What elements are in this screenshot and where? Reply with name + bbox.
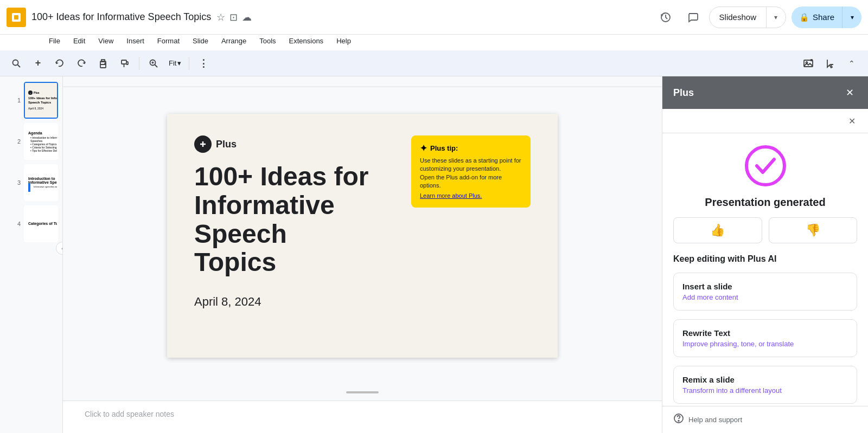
svg-rect-18 bbox=[63, 76, 662, 87]
rewrite-text-subtitle: Improve phrasing, tone, or translate bbox=[682, 340, 848, 348]
right-panel: Plus ✕ ✕ bbox=[662, 76, 868, 433]
collapse-panel-button[interactable]: ‹ bbox=[56, 242, 63, 255]
lock-icon: 🔒 bbox=[799, 12, 809, 22]
rewrite-text-title: Rewrite Text bbox=[682, 328, 848, 338]
format-paint-button[interactable] bbox=[115, 54, 135, 73]
remix-slide-title: Remix a slide bbox=[682, 375, 848, 384]
panel-inner-header: ✕ bbox=[662, 109, 868, 133]
redo-button[interactable] bbox=[72, 54, 91, 73]
more-options-button[interactable]: ⋮ bbox=[194, 54, 213, 73]
star-icon[interactable]: ☆ bbox=[216, 11, 225, 23]
panel-footer: Help and support bbox=[662, 406, 868, 433]
image-button[interactable] bbox=[799, 54, 818, 73]
panel-card-insert[interactable]: Insert a slide Add more content bbox=[673, 273, 857, 311]
menu-format[interactable]: Format bbox=[152, 35, 185, 47]
svg-point-25 bbox=[678, 421, 679, 422]
feedback-row: 👍 👎 bbox=[673, 217, 857, 243]
comment-button[interactable] bbox=[682, 7, 704, 28]
slide-thumb-2[interactable]: Agenda • Introduction to Informative Spe… bbox=[24, 123, 58, 160]
topbar-right: Slideshow ▾ 🔒 Share ▾ bbox=[655, 7, 861, 28]
add-button[interactable]: + bbox=[28, 54, 48, 73]
menu-arrange[interactable]: Arrange bbox=[216, 35, 252, 47]
slide-number-3: 3 bbox=[15, 179, 21, 186]
svg-rect-1 bbox=[14, 15, 18, 20]
speaker-notes[interactable]: Click to add speaker notes bbox=[63, 400, 662, 433]
slide-thumb-1[interactable]: + tip + Plus 100+ Ideas for Informative … bbox=[24, 82, 58, 119]
tip-link[interactable]: Learn more about Plus. bbox=[420, 192, 482, 199]
svg-point-23 bbox=[746, 147, 784, 185]
zoom-selector[interactable]: Fit ▾ bbox=[165, 54, 184, 73]
menu-slide[interactable]: Slide bbox=[187, 35, 214, 47]
panel-inner-close-button[interactable]: ✕ bbox=[844, 113, 859, 128]
slide-title: 100+ Ideas forInformative SpeechTopics bbox=[194, 163, 400, 277]
tip-box: ✦ Plus tip: Use these slides as a starti… bbox=[411, 135, 531, 208]
keep-editing-label: Keep editing with Plus AI bbox=[673, 254, 777, 264]
thumb-intro-title-3: Introduction to Informative Speeches bbox=[28, 177, 58, 184]
menu-extensions[interactable]: Extensions bbox=[284, 35, 329, 47]
thumb-title-1: 100+ Ideas for Informative Speech Topics bbox=[28, 96, 58, 104]
menu-edit[interactable]: Edit bbox=[68, 35, 91, 47]
chevron-up-button[interactable]: ⌃ bbox=[842, 54, 861, 73]
svg-rect-16 bbox=[810, 59, 813, 61]
thumb-categories-title-4: Categories of Topics bbox=[28, 222, 58, 225]
slide-thumb-3[interactable]: Introduction to Informative Speeches Inf… bbox=[24, 164, 58, 201]
zoom-arrow-icon: ▾ bbox=[177, 59, 181, 67]
slide-thumb-inner-2: Agenda • Introduction to Informative Spe… bbox=[24, 123, 58, 160]
thumbs-up-button[interactable]: 👍 bbox=[673, 217, 762, 243]
slide-canvas[interactable]: Plus 100+ Ideas forInformative SpeechTop… bbox=[167, 114, 558, 358]
undo-button[interactable] bbox=[50, 54, 69, 73]
svg-rect-6 bbox=[101, 60, 105, 62]
menu-file[interactable]: File bbox=[43, 35, 66, 47]
topbar: 100+ Ideas for Informative Speech Topics… bbox=[0, 0, 868, 35]
toolbar-divider-2 bbox=[189, 57, 189, 70]
slide-number-2: 2 bbox=[15, 138, 21, 145]
main-content: 1 + tip + Plus 100+ Ideas for Informativ… bbox=[0, 76, 868, 433]
slide-thumb-img-4: Categories of Topics bbox=[25, 206, 58, 241]
slide-number-1: 1 bbox=[15, 97, 21, 104]
slide-thumb-inner-1: + tip + Plus 100+ Ideas for Informative … bbox=[24, 82, 58, 119]
panel-close-button[interactable]: ✕ bbox=[842, 85, 857, 100]
toolbar-divider-1 bbox=[139, 57, 139, 70]
plus-icon-circle bbox=[194, 135, 212, 153]
slideshow-button: Slideshow ▾ bbox=[709, 7, 786, 28]
slide-panel: 1 + tip + Plus 100+ Ideas for Informativ… bbox=[0, 76, 63, 433]
panel-header: Plus ✕ bbox=[662, 76, 868, 109]
menu-view[interactable]: View bbox=[93, 35, 119, 47]
zoom-search-button[interactable] bbox=[144, 54, 163, 73]
folder-icon[interactable]: ⊡ bbox=[229, 11, 238, 23]
select-button[interactable] bbox=[820, 54, 840, 73]
scroll-indicator bbox=[63, 384, 662, 400]
share-arrow-button[interactable]: ▾ bbox=[842, 7, 861, 28]
scroll-bar bbox=[346, 391, 379, 393]
slide-date: April 8, 2024 bbox=[194, 295, 261, 309]
menu-insert[interactable]: Insert bbox=[121, 35, 150, 47]
menu-help[interactable]: Help bbox=[331, 35, 356, 47]
tip-header: ✦ Plus tip: bbox=[420, 143, 522, 153]
check-icon-wrap bbox=[744, 144, 787, 188]
slideshow-main-button[interactable]: Slideshow bbox=[710, 7, 766, 28]
print-button[interactable] bbox=[93, 54, 113, 73]
slide-thumb-img-2: Agenda • Introduction to Informative Spe… bbox=[25, 124, 58, 159]
slide-thumb-inner-3: Introduction to Informative Speeches Inf… bbox=[24, 164, 58, 201]
search-button[interactable] bbox=[7, 54, 26, 73]
slideshow-arrow-button[interactable]: ▾ bbox=[766, 7, 786, 28]
doc-title: 100+ Ideas for Informative Speech Topics bbox=[31, 11, 211, 23]
slide-row-3: 3 Introduction to Informative Speeches I… bbox=[15, 164, 58, 201]
help-text[interactable]: Help and support bbox=[688, 416, 742, 424]
history-button[interactable] bbox=[655, 7, 676, 28]
insert-slide-subtitle: Add more content bbox=[682, 293, 848, 301]
thumb-bullet-2a: • Introduction to Informative Speeches bbox=[30, 136, 58, 143]
thumb-agenda-title-2: Agenda bbox=[28, 131, 58, 135]
panel-card-rewrite[interactable]: Rewrite Text Improve phrasing, tone, or … bbox=[673, 319, 857, 357]
share-label: Share bbox=[813, 12, 834, 22]
share-main-button[interactable]: 🔒 Share bbox=[792, 7, 842, 28]
menu-tools[interactable]: Tools bbox=[254, 35, 281, 47]
insert-slide-title: Insert a slide bbox=[682, 282, 848, 291]
tip-header-text: Plus tip: bbox=[430, 144, 458, 152]
thumbs-down-button[interactable]: 👎 bbox=[769, 217, 858, 243]
slide-thumb-4[interactable]: Categories of Topics bbox=[24, 205, 58, 242]
toolbar-right: ⌃ bbox=[799, 54, 861, 73]
app-icon bbox=[7, 8, 26, 27]
panel-card-remix[interactable]: Remix a slide Transform into a different… bbox=[673, 366, 857, 404]
cloud-icon[interactable]: ☁ bbox=[242, 11, 252, 23]
